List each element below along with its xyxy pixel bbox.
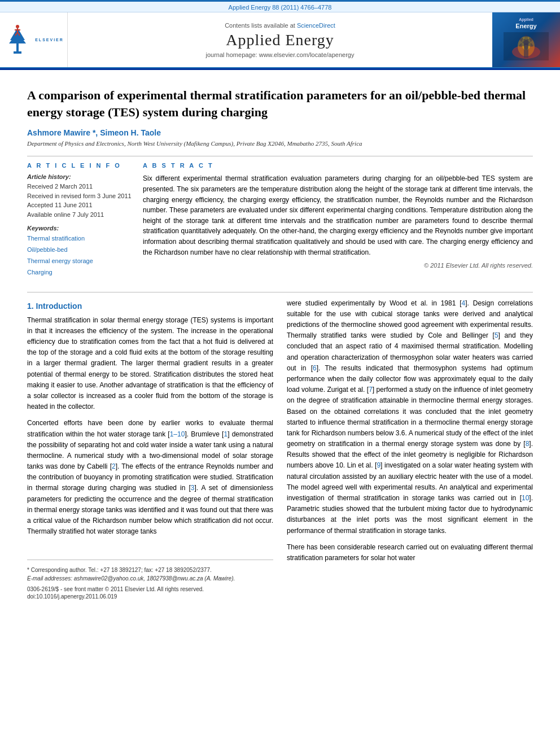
abstract-header: A B S T R A C T: [143, 162, 533, 169]
ref-8-link[interactable]: 8: [526, 440, 530, 448]
elsevier-logo: ELSEVIER: [3, 24, 64, 55]
ref-6-link[interactable]: 6: [313, 364, 317, 372]
intro-para-4: There has been considerable research car…: [287, 542, 533, 563]
keywords-list: Thermal stratification Oil/pebble-bed Th…: [27, 233, 132, 278]
ref-3-link[interactable]: 3: [191, 484, 195, 492]
ref-2-link[interactable]: 2: [112, 462, 116, 470]
applied-energy-badge: Applied Energy: [499, 12, 553, 67]
svg-point-4: [16, 25, 19, 28]
keyword-3: Thermal energy storage: [27, 256, 132, 267]
contents-available-line: Contents lists available at ScienceDirec…: [225, 22, 335, 29]
article-title: A comparison of experimental thermal str…: [27, 87, 533, 120]
abstract-column: A B S T R A C T Six different experiment…: [143, 162, 533, 283]
body-section: 1. Introduction Thermal stratification i…: [27, 298, 533, 600]
keywords-block: Keywords: Thermal stratification Oil/peb…: [27, 225, 132, 278]
footnote-email-text: E-mail addresses: ashmawire02@yahoo.co.u…: [27, 575, 235, 582]
elsevier-tree-icon: [3, 24, 32, 55]
abstract-text: Six different experimental thermal strat…: [143, 173, 533, 257]
journal-homepage: journal homepage: www.elsevier.com/locat…: [206, 51, 355, 58]
homepage-text: journal homepage: www.elsevier.com/locat…: [206, 51, 355, 58]
intro-title: Introduction: [36, 302, 82, 311]
keyword-1: Thermal stratification: [27, 233, 132, 244]
ref-10-link[interactable]: 10: [522, 494, 529, 502]
badge-top-text: Applied: [504, 17, 549, 22]
ref-1-link[interactable]: 1: [224, 430, 228, 438]
available-date: Available online 7 July 2011: [27, 210, 132, 220]
ref-5-link[interactable]: 5: [495, 331, 498, 339]
keyword-4: Charging: [27, 267, 132, 278]
accepted-date: Accepted 11 June 2011: [27, 200, 132, 210]
badge-main-text: Energy: [504, 22, 549, 30]
ref-7-link[interactable]: 7: [369, 386, 373, 394]
intro-para-1: Thermal stratification in solar thermal …: [27, 315, 273, 413]
affiliation-line: Department of Physics and Electronics, N…: [27, 140, 533, 147]
history-label: Article history:: [27, 173, 132, 180]
article-info-column: A R T I C L E I N F O Article history: R…: [27, 162, 132, 283]
ref-1-10-link[interactable]: 1–10: [170, 430, 185, 438]
main-content-area: A comparison of experimental thermal str…: [0, 70, 560, 611]
elsevier-logo-area: ELSEVIER: [0, 12, 68, 67]
copyright-line: © 2011 Elsevier Ltd. All rights reserved…: [143, 262, 533, 269]
article-info-header: A R T I C L E I N F O: [27, 162, 132, 169]
divider-2: [27, 292, 533, 292]
journal-name-area: Contents lists available at ScienceDirec…: [68, 12, 492, 67]
doi-line: doi:10.1016/j.apenergy.2011.06.019: [27, 593, 273, 600]
journal-badge-area: Applied Energy: [492, 12, 560, 67]
article-history-block: Article history: Received 2 March 2011 R…: [27, 173, 132, 219]
sciencedirect-link[interactable]: ScienceDirect: [297, 22, 335, 29]
issn-line: 0306-2619/$ - see front matter © 2011 El…: [27, 586, 273, 592]
intro-number: 1.: [27, 302, 34, 311]
body-col-right: were studied experimentally by Wood et a…: [287, 298, 533, 600]
journal-header: ELSEVIER Contents lists available at Sci…: [0, 12, 560, 68]
journal-citation: Applied Energy 88 (2011) 4766–4778: [229, 4, 332, 11]
body-col-left: 1. Introduction Thermal stratification i…: [27, 298, 273, 600]
contents-text: Contents lists available at: [225, 22, 295, 29]
intro-section-title: 1. Introduction: [27, 302, 273, 311]
journal-citation-bar: Applied Energy 88 (2011) 4766–4778: [0, 2, 560, 12]
badge-image: [504, 32, 549, 60]
doi-area: 0306-2619/$ - see front matter © 2011 El…: [27, 586, 273, 600]
keywords-label: Keywords:: [27, 225, 132, 231]
authors-line: Ashmore Mawire *, Simeon H. Taole: [27, 128, 533, 137]
received-date: Received 2 March 2011: [27, 182, 132, 191]
journal-title: Applied Energy: [226, 31, 334, 49]
intro-para-2: Concerted efforts have been done by earl…: [27, 418, 273, 537]
ref-4-link[interactable]: 4: [462, 299, 466, 307]
footnote-divider: [27, 560, 273, 560]
article-info-abstract-section: A R T I C L E I N F O Article history: R…: [27, 162, 533, 283]
intro-para-3: were studied experimentally by Wood et a…: [287, 298, 533, 536]
revised-date: Received in revised form 3 June 2011: [27, 191, 132, 201]
divider-1: [27, 156, 533, 156]
svg-rect-1: [16, 42, 19, 53]
footnote-area: * Corresponding author. Tel.: +27 18 389…: [27, 560, 273, 600]
footnote-corresponding: * Corresponding author. Tel.: +27 18 389…: [27, 566, 273, 574]
elsevier-wordmark: ELSEVIER: [35, 38, 64, 42]
footnote-email: E-mail addresses: ashmawire02@yahoo.co.u…: [27, 574, 273, 583]
keyword-2: Oil/pebble-bed: [27, 244, 132, 256]
ref-9-link[interactable]: 9: [377, 461, 380, 469]
